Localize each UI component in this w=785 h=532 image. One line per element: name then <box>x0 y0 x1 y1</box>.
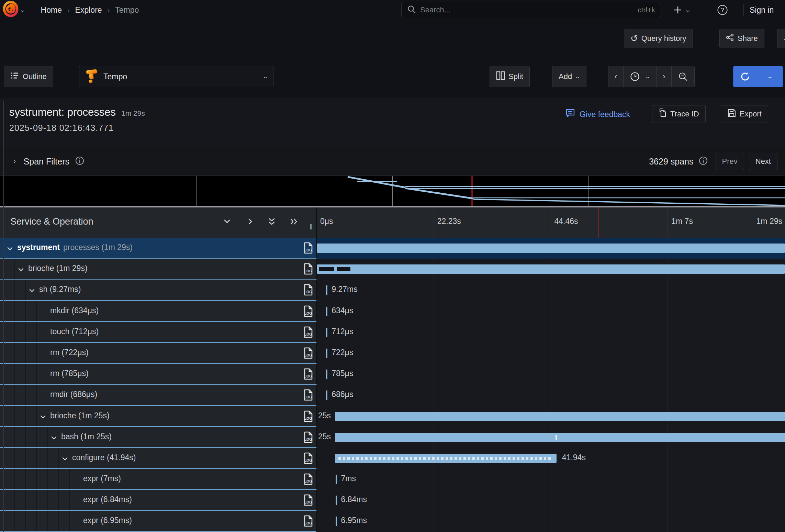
span-bar[interactable] <box>326 349 327 358</box>
expand-one-icon[interactable] <box>246 217 255 227</box>
prev-span-button[interactable]: Prev <box>716 153 744 170</box>
trace-minimap[interactable] <box>0 176 785 207</box>
add-button[interactable]: Add ⌄ <box>552 66 586 87</box>
span-bar[interactable] <box>326 307 327 316</box>
outline-button[interactable]: Outline <box>4 66 53 87</box>
breadcrumb-explore[interactable]: Explore <box>75 5 102 15</box>
span-name-cell[interactable]: rm (785μs)LOG <box>0 364 317 385</box>
span-bar[interactable] <box>317 264 785 274</box>
org-switcher-chevron-icon[interactable]: ⌄ <box>20 7 26 13</box>
span-timeline-cell[interactable]: 6.84ms <box>317 490 785 511</box>
log-icon[interactable]: LOG <box>303 389 313 403</box>
span-timeline-cell[interactable]: 686μs <box>317 385 785 406</box>
time-shift-back-button[interactable]: ‹ <box>608 66 624 87</box>
span-timeline-cell[interactable]: 25s <box>317 427 785 448</box>
share-button[interactable]: Share <box>719 29 764 48</box>
export-button[interactable]: Export <box>721 105 768 123</box>
row-collapse-chevron-icon[interactable] <box>61 455 69 464</box>
log-icon[interactable]: LOG <box>303 452 313 466</box>
share-menu-button[interactable]: ⌄ <box>777 29 785 48</box>
span-timeline-cell[interactable] <box>317 238 785 259</box>
chevron-right-icon[interactable]: ⌄ <box>11 158 17 165</box>
grafana-logo-icon[interactable] <box>3 1 19 19</box>
row-collapse-chevron-icon[interactable] <box>50 434 58 443</box>
log-icon[interactable]: LOG <box>303 347 313 361</box>
span-name-cell[interactable]: sh (9.27ms)LOG <box>0 280 317 301</box>
row-collapse-chevron-icon[interactable] <box>28 287 36 296</box>
span-name-cell[interactable]: brioche (1m 29s)LOG <box>0 259 317 280</box>
span-bar[interactable] <box>326 285 327 295</box>
log-icon[interactable]: LOG <box>303 326 313 340</box>
new-button[interactable]: ⌄ <box>673 5 690 15</box>
datasource-picker[interactable]: Tempo ⌄ <box>79 66 273 87</box>
expand-all-icon[interactable] <box>289 217 300 227</box>
log-icon[interactable]: LOG <box>303 431 313 445</box>
collapse-one-icon[interactable] <box>223 217 232 227</box>
span-timeline-cell[interactable]: 6.95ms <box>317 511 785 532</box>
split-button[interactable]: Split <box>490 66 530 87</box>
span-bar[interactable] <box>336 496 337 505</box>
refresh-button[interactable] <box>733 66 757 87</box>
global-search[interactable]: ctrl+k <box>401 2 661 18</box>
search-input[interactable] <box>420 5 638 14</box>
log-icon[interactable]: LOG <box>303 368 313 382</box>
span-timeline-cell[interactable]: 41.94s <box>317 448 785 469</box>
span-bar[interactable] <box>317 244 785 253</box>
span-name-cell[interactable]: brioche (1m 25s)LOG <box>0 406 317 427</box>
time-shift-forward-button[interactable]: › <box>657 66 672 87</box>
refresh-interval-button[interactable]: ⌄ <box>757 66 783 87</box>
span-name-cell[interactable]: expr (6.84ms)LOG <box>0 490 317 511</box>
log-icon[interactable]: LOG <box>303 263 313 276</box>
trace-id-button[interactable]: Trace ID <box>652 105 706 123</box>
time-picker-button[interactable]: ⌄ <box>624 66 657 87</box>
log-icon[interactable]: LOG <box>303 242 313 256</box>
indent-guide <box>25 280 26 300</box>
span-timeline-cell[interactable]: 785μs <box>317 364 785 385</box>
span-timeline-cell[interactable]: 25s <box>317 406 785 427</box>
sign-in-link[interactable]: Sign in <box>750 5 774 15</box>
give-feedback-link[interactable]: Give feedback <box>565 108 630 121</box>
log-icon[interactable]: LOG <box>303 305 313 319</box>
span-bar[interactable] <box>326 390 327 400</box>
span-bar[interactable] <box>335 454 557 463</box>
span-timeline-cell[interactable] <box>317 259 785 280</box>
span-name-cell[interactable]: rmdir (686μs)LOG <box>0 385 317 406</box>
query-history-button[interactable]: ↺ Query history <box>624 29 693 48</box>
span-name-cell[interactable]: systrumentprocesses (1m 29s)LOG <box>0 238 317 259</box>
next-span-button[interactable]: Next <box>749 153 777 170</box>
log-icon[interactable]: LOG <box>303 515 313 529</box>
span-bar[interactable] <box>335 412 785 421</box>
span-name-cell[interactable]: bash (1m 25s)LOG <box>0 427 317 448</box>
span-name-cell[interactable]: configure (41.94s)LOG <box>0 448 317 469</box>
breadcrumb-home[interactable]: Home <box>41 5 62 15</box>
log-icon[interactable]: LOG <box>303 473 313 487</box>
zoom-out-button[interactable] <box>672 66 694 87</box>
span-timeline-cell[interactable]: 712μs <box>317 322 785 343</box>
row-collapse-chevron-icon[interactable] <box>39 413 47 422</box>
span-filters-label[interactable]: Span Filters <box>24 157 69 167</box>
log-icon[interactable]: LOG <box>303 410 313 424</box>
span-timeline-cell[interactable]: 722μs <box>317 343 785 364</box>
panel-scrollbar[interactable] <box>3 101 4 532</box>
span-bar[interactable] <box>336 517 337 526</box>
span-name-cell[interactable]: touch (712μs)LOG <box>0 322 317 343</box>
row-collapse-chevron-icon[interactable] <box>6 245 14 254</box>
span-timeline-cell[interactable]: 7ms <box>317 469 785 490</box>
span-name-cell[interactable]: expr (7ms)LOG <box>0 469 317 490</box>
span-name-cell[interactable]: rm (722μs)LOG <box>0 343 317 364</box>
span-bar[interactable] <box>326 370 327 379</box>
span-bar[interactable] <box>335 433 785 442</box>
row-collapse-chevron-icon[interactable] <box>17 266 25 275</box>
span-bar[interactable] <box>336 475 337 484</box>
log-icon[interactable]: LOG <box>303 284 313 297</box>
span-name-cell[interactable]: mkdir (634μs)LOG <box>0 301 317 322</box>
axis-tick: 1m 29s <box>756 217 782 226</box>
log-icon[interactable]: LOG <box>303 494 313 508</box>
span-timeline-cell[interactable]: 9.27ms <box>317 280 785 301</box>
column-resize-handle[interactable]: ‖ <box>310 223 313 231</box>
span-name-cell[interactable]: expr (6.95ms)LOG <box>0 511 317 532</box>
collapse-all-icon[interactable] <box>267 217 276 229</box>
span-timeline-cell[interactable]: 634μs <box>317 301 785 322</box>
help-button[interactable]: ? <box>717 4 728 16</box>
span-bar[interactable] <box>326 328 327 337</box>
